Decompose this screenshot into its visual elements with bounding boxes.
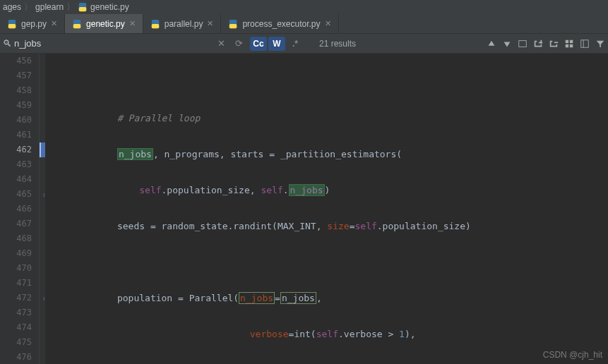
match-case-toggle[interactable]: Cc xyxy=(250,37,267,51)
svg-rect-11 xyxy=(566,40,568,42)
search-match: n_jobs xyxy=(117,148,153,160)
prev-match-icon[interactable] xyxy=(484,36,499,51)
select-all-icon[interactable] xyxy=(561,36,577,51)
line-number: 461 xyxy=(0,128,32,142)
code-editor[interactable]: 456 457 458 459 460 461 462 463 464 465 … xyxy=(0,54,608,364)
line-number: 458 xyxy=(0,83,32,98)
gutter-stripe xyxy=(40,54,45,364)
python-file-icon xyxy=(150,19,160,29)
code-area[interactable]: # Parallel loop n_jobs, n_programs, star… xyxy=(45,54,608,364)
tab-label: process_executor.py xyxy=(242,19,320,29)
svg-rect-10 xyxy=(519,40,527,47)
line-number: 473 xyxy=(0,305,32,320)
line-number: 470 xyxy=(0,261,32,276)
search-match: n_jobs xyxy=(289,184,325,196)
tab-label: parallel.py xyxy=(165,19,203,29)
search-toggles: Cc W .* xyxy=(250,37,305,51)
add-selection-icon[interactable] xyxy=(530,36,546,51)
svg-rect-3 xyxy=(8,24,16,28)
svg-rect-5 xyxy=(73,24,81,28)
line-number: 460 xyxy=(0,113,32,128)
clear-search-icon[interactable]: ✕ xyxy=(212,38,231,49)
search-history-icon[interactable]: ⟳ xyxy=(231,38,247,49)
editor-tabs: gep.py ✕ genetic.py ✕ parallel.py ✕ proc… xyxy=(0,14,608,34)
line-number: 463 xyxy=(0,157,32,172)
line-number: 459 xyxy=(0,98,32,113)
watermark: CSDN @cjh_hit xyxy=(543,350,602,360)
line-number: 471 xyxy=(0,276,32,291)
tab-label: genetic.py xyxy=(86,19,125,29)
filter-icon[interactable] xyxy=(592,36,608,51)
line-number: 475 xyxy=(0,335,32,350)
crumb-sep: 〉 xyxy=(24,1,32,13)
search-icon: 🔍︎ xyxy=(0,38,14,49)
close-icon[interactable]: ✕ xyxy=(207,19,213,28)
tab-parallel[interactable]: parallel.py ✕ xyxy=(143,14,222,33)
whole-word-toggle[interactable]: W xyxy=(268,37,285,51)
python-file-icon xyxy=(72,19,82,29)
close-icon[interactable]: ✕ xyxy=(129,19,136,28)
close-icon[interactable]: ✕ xyxy=(325,19,331,28)
svg-rect-1 xyxy=(79,7,87,11)
search-match: n_jobs xyxy=(239,292,275,304)
crumb-item[interactable]: gplearn xyxy=(35,2,64,12)
line-number: 457 xyxy=(0,68,32,83)
line-number: 469 xyxy=(0,246,32,261)
select-all-occurrences-icon[interactable] xyxy=(515,36,530,51)
find-bar: 🔍︎ ✕ ⟳ Cc W .* 21 results xyxy=(0,34,608,54)
comment: # Parallel loop xyxy=(117,113,200,123)
svg-rect-12 xyxy=(570,40,573,42)
regex-toggle[interactable]: .* xyxy=(287,37,304,51)
remove-selection-icon[interactable] xyxy=(546,36,561,51)
result-count: 21 results xyxy=(319,39,356,49)
open-in-tool-window-icon[interactable] xyxy=(577,36,592,51)
line-number: 465 xyxy=(0,187,32,202)
tab-genetic[interactable]: genetic.py ✕ xyxy=(65,14,143,33)
tab-process-executor[interactable]: process_executor.py ✕ xyxy=(221,14,338,33)
line-number: 474 xyxy=(0,320,32,335)
svg-rect-9 xyxy=(230,24,237,28)
python-file-icon xyxy=(228,19,238,29)
python-file-icon xyxy=(7,19,17,29)
crumb-item[interactable]: genetic.py xyxy=(90,2,129,12)
line-number: 467 xyxy=(0,217,32,231)
svg-rect-15 xyxy=(581,40,589,47)
tab-label: gep.py xyxy=(21,19,47,29)
line-number: 472 xyxy=(0,291,32,305)
svg-rect-7 xyxy=(151,24,159,28)
gutter: 456 457 458 459 460 461 462 463 464 465 … xyxy=(0,54,40,364)
search-match: n_jobs xyxy=(280,292,316,304)
breadcrumb: ages 〉 gplearn 〉 genetic.py xyxy=(0,0,608,14)
line-number: 466 xyxy=(0,202,32,217)
close-icon[interactable]: ✕ xyxy=(51,19,57,28)
line-number: 476 xyxy=(0,350,32,364)
line-number: 456 xyxy=(0,54,32,68)
line-number: 462 xyxy=(0,142,32,157)
python-file-icon xyxy=(78,2,88,12)
crumb-item[interactable]: ages xyxy=(3,2,21,12)
tab-gep[interactable]: gep.py ✕ xyxy=(0,14,65,33)
line-number: 464 xyxy=(0,172,32,187)
next-match-icon[interactable] xyxy=(499,36,515,51)
svg-rect-14 xyxy=(570,44,573,47)
svg-rect-13 xyxy=(566,44,568,47)
crumb-sep: 〉 xyxy=(66,1,75,13)
search-input[interactable] xyxy=(14,38,212,49)
line-number: 468 xyxy=(0,231,32,246)
